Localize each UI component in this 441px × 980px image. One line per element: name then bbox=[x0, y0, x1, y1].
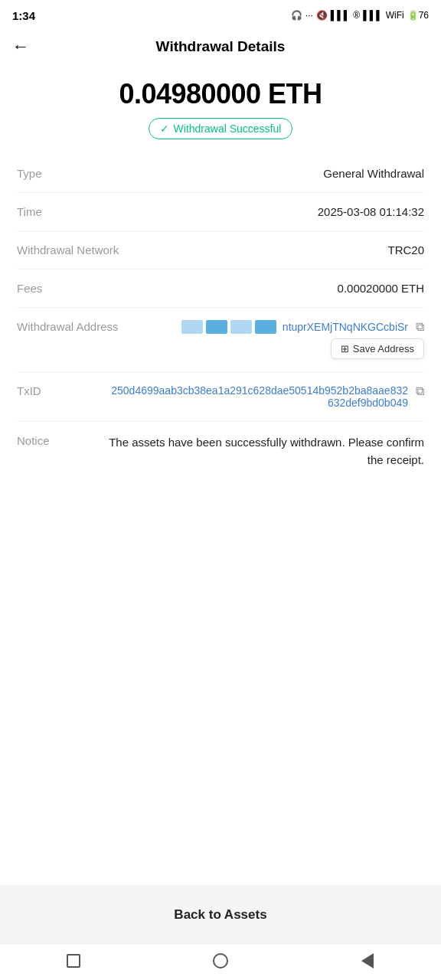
withdrawal-status-badge: ✓ Withdrawal Successful bbox=[149, 118, 293, 139]
address-visible-text: ntuprXEMjTNqNKGCcbiSr bbox=[283, 321, 408, 333]
type-row: Type General Withdrawal bbox=[17, 155, 424, 193]
save-icon: ⊞ bbox=[341, 343, 349, 354]
address-row: Withdrawal Address ntuprXEMjTNqNKGCcbiSr… bbox=[17, 308, 424, 372]
back-to-assets-button[interactable]: Back to Assets bbox=[15, 894, 426, 936]
save-address-button[interactable]: ⊞ Save Address bbox=[331, 338, 424, 359]
square-icon bbox=[67, 954, 80, 968]
fees-label: Fees bbox=[17, 282, 109, 295]
network-label: Withdrawal Network bbox=[17, 243, 128, 256]
fees-row: Fees 0.00020000 ETH bbox=[17, 270, 424, 308]
address-blurred-blocks bbox=[181, 320, 276, 334]
signal-dots: ··· bbox=[305, 10, 313, 21]
network-row: Withdrawal Network TRC20 bbox=[17, 231, 424, 270]
address-label: Withdrawal Address bbox=[17, 320, 128, 333]
signal-bars: ▌▌▌ bbox=[331, 10, 351, 21]
notice-row: Notice The assets have been successfully… bbox=[17, 422, 424, 481]
copy-txid-icon[interactable]: ⧉ bbox=[416, 384, 424, 398]
notice-value: The assets have been successfully withdr… bbox=[109, 434, 424, 469]
time-value: 2025-03-08 01:14:32 bbox=[109, 205, 424, 218]
txid-label: TxID bbox=[17, 384, 109, 397]
notice-label: Notice bbox=[17, 434, 109, 447]
audio-icon: 🎧 bbox=[291, 10, 302, 21]
type-label: Type bbox=[17, 167, 109, 180]
wifi-icon: WiFi bbox=[386, 10, 404, 21]
status-time: 1:34 bbox=[12, 9, 35, 22]
main-content: 0.04980000 ETH ✓ Withdrawal Successful T… bbox=[0, 63, 441, 691]
check-icon: ✓ bbox=[160, 122, 169, 135]
blur-block-4 bbox=[255, 320, 276, 334]
status-icons: 🎧 ··· 🔇 ▌▌▌ ® ▌▌▌ WiFi 🔋76 bbox=[291, 10, 429, 21]
recent-apps-button[interactable] bbox=[65, 952, 82, 969]
android-nav-bar bbox=[0, 945, 441, 980]
bottom-area: Back to Assets bbox=[0, 885, 441, 945]
blur-block-3 bbox=[230, 320, 252, 334]
status-badge-label: Withdrawal Successful bbox=[174, 122, 282, 135]
r-icon: ® bbox=[353, 10, 360, 21]
copy-address-icon[interactable]: ⧉ bbox=[416, 320, 424, 334]
time-label: Time bbox=[17, 205, 109, 218]
amount-section: 0.04980000 ETH ✓ Withdrawal Successful bbox=[17, 78, 424, 139]
amount-value: 0.04980000 ETH bbox=[17, 78, 424, 110]
status-bar: 1:34 🎧 ··· 🔇 ▌▌▌ ® ▌▌▌ WiFi 🔋76 bbox=[0, 0, 441, 31]
back-nav-button[interactable] bbox=[359, 952, 376, 969]
circle-icon bbox=[213, 953, 228, 969]
battery-icon: 🔋76 bbox=[407, 10, 429, 21]
txid-value: 250d4699aab3cb38ea1a291c628dae50514b952b… bbox=[109, 384, 408, 409]
details-section: Type General Withdrawal Time 2025-03-08 … bbox=[17, 155, 424, 481]
blur-block-2 bbox=[206, 320, 227, 334]
fees-value: 0.00020000 ETH bbox=[109, 282, 424, 295]
top-nav: ← Withdrawal Details bbox=[0, 31, 441, 63]
blur-block-1 bbox=[181, 320, 203, 334]
save-address-label: Save Address bbox=[353, 343, 414, 354]
time-row: Time 2025-03-08 01:14:32 bbox=[17, 193, 424, 231]
network-value: TRC20 bbox=[128, 243, 424, 256]
home-button[interactable] bbox=[212, 952, 229, 969]
triangle-icon bbox=[361, 953, 374, 969]
mute-icon: 🔇 bbox=[316, 10, 328, 21]
address-container: ntuprXEMjTNqNKGCcbiSr ⧉ ⊞ Save Address bbox=[128, 320, 424, 359]
address-line: ntuprXEMjTNqNKGCcbiSr ⧉ bbox=[181, 320, 424, 334]
signal-bars2: ▌▌▌ bbox=[363, 10, 383, 21]
txid-row: TxID 250d4699aab3cb38ea1a291c628dae50514… bbox=[17, 372, 424, 422]
page-title: Withdrawal Details bbox=[156, 38, 286, 55]
back-button[interactable]: ← bbox=[12, 37, 29, 57]
type-value: General Withdrawal bbox=[109, 167, 424, 180]
